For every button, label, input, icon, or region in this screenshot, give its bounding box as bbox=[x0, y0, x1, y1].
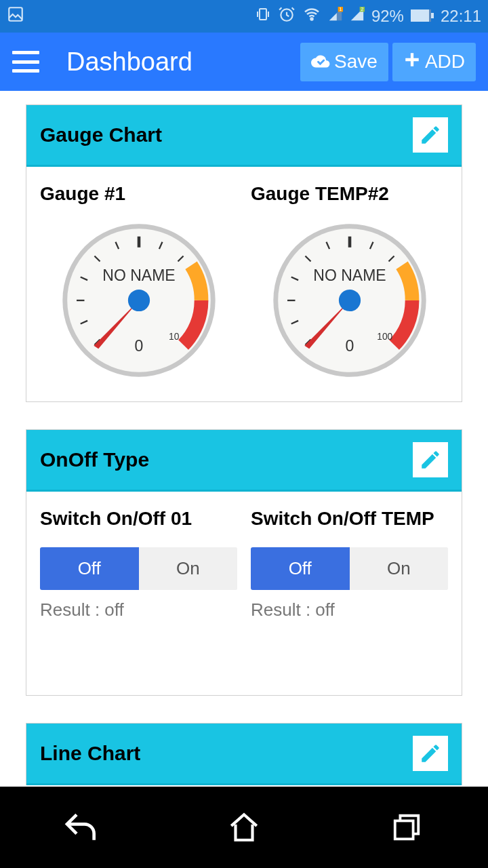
gauge-2-label: NO NAME bbox=[313, 267, 386, 284]
gauge-2-max: 100 bbox=[377, 332, 392, 342]
gauge-1-chart: NO NAME 0 10 bbox=[40, 222, 237, 378]
content-area: Gauge Chart Gauge #1 bbox=[0, 91, 488, 787]
image-icon bbox=[7, 5, 24, 27]
app-bar: Dashboard Save ADD bbox=[0, 33, 488, 91]
switch-1-off-button[interactable]: Off bbox=[40, 547, 139, 590]
onoff-card: OnOff Type Switch On/Off 01 Off On Resul… bbox=[26, 429, 462, 696]
pencil-icon bbox=[419, 123, 442, 146]
status-bar: 1 2 92% 22:11 bbox=[0, 0, 488, 33]
switch-2-off-button[interactable]: Off bbox=[251, 547, 350, 590]
onoff-card-title: OnOff Type bbox=[40, 448, 149, 471]
vibrate-icon bbox=[255, 6, 271, 26]
switch-1-result: Result : off bbox=[40, 599, 237, 620]
battery-icon bbox=[411, 7, 434, 26]
switch-1-toggle: Off On bbox=[40, 547, 237, 590]
gauge-1-min: 0 bbox=[134, 337, 143, 355]
home-button[interactable] bbox=[224, 807, 264, 848]
line-edit-button[interactable] bbox=[413, 736, 448, 771]
gauge-card: Gauge Chart Gauge #1 bbox=[26, 104, 462, 402]
svg-rect-37 bbox=[395, 821, 413, 839]
svg-point-5 bbox=[310, 18, 312, 20]
line-card-header: Line Chart bbox=[26, 724, 462, 785]
gauge-card-header: Gauge Chart bbox=[26, 105, 462, 167]
alarm-icon bbox=[278, 5, 296, 27]
switch-2-title: Switch On/Off TEMP bbox=[251, 508, 448, 530]
svg-rect-1 bbox=[260, 9, 266, 20]
battery-text: 92% bbox=[371, 7, 404, 26]
back-button[interactable] bbox=[61, 807, 102, 848]
svg-rect-12 bbox=[431, 13, 434, 18]
line-card-title: Line Chart bbox=[40, 742, 140, 765]
signal1-icon: 1 bbox=[328, 7, 343, 26]
svg-rect-0 bbox=[9, 7, 22, 21]
recent-button[interactable] bbox=[386, 807, 427, 848]
switch-1-col: Switch On/Off 01 Off On Result : off bbox=[40, 508, 237, 620]
switch-2-col: Switch On/Off TEMP Off On Result : off bbox=[251, 508, 448, 620]
gauge-1-max: 10 bbox=[169, 332, 180, 342]
cloud-check-icon bbox=[311, 51, 330, 73]
gauge-edit-button[interactable] bbox=[413, 117, 448, 153]
svg-text:1: 1 bbox=[339, 7, 342, 12]
signal2-icon: 2 bbox=[350, 7, 365, 26]
save-label: Save bbox=[334, 51, 378, 73]
switch-2-on-button[interactable]: On bbox=[350, 547, 449, 590]
onoff-edit-button[interactable] bbox=[413, 442, 448, 477]
switch-2-toggle: Off On bbox=[251, 547, 448, 590]
switch-1-title: Switch On/Off 01 bbox=[40, 508, 237, 530]
gauge-2-title: Gauge TEMP#2 bbox=[251, 183, 448, 205]
add-label: ADD bbox=[425, 51, 465, 73]
pencil-icon bbox=[419, 448, 442, 471]
wifi-icon bbox=[302, 6, 321, 26]
gauge-card-title: Gauge Chart bbox=[40, 123, 162, 146]
gauge-1-label: NO NAME bbox=[102, 267, 175, 284]
time-text: 22:11 bbox=[441, 7, 481, 26]
svg-point-24 bbox=[127, 290, 149, 311]
save-button[interactable]: Save bbox=[300, 43, 388, 81]
gauge-1-title: Gauge #1 bbox=[40, 183, 237, 205]
switch-1-on-button[interactable]: On bbox=[139, 547, 238, 590]
svg-text:2: 2 bbox=[361, 7, 363, 12]
page-title: Dashboard bbox=[66, 47, 300, 77]
gauge-2-chart: NO NAME 0 100 bbox=[251, 222, 448, 378]
pencil-icon bbox=[419, 742, 442, 765]
plus-icon bbox=[403, 51, 421, 73]
add-button[interactable]: ADD bbox=[392, 43, 476, 81]
menu-button[interactable] bbox=[12, 51, 39, 73]
system-nav-bar bbox=[0, 787, 488, 868]
svg-rect-11 bbox=[411, 9, 429, 22]
svg-point-36 bbox=[338, 290, 360, 311]
onoff-card-header: OnOff Type bbox=[26, 430, 462, 492]
gauge-2-min: 0 bbox=[345, 337, 354, 355]
switch-2-result: Result : off bbox=[251, 599, 448, 620]
line-card: Line Chart bbox=[26, 723, 462, 785]
gauge-1-col: Gauge #1 bbox=[40, 183, 237, 378]
gauge-2-col: Gauge TEMP#2 bbox=[251, 183, 448, 378]
